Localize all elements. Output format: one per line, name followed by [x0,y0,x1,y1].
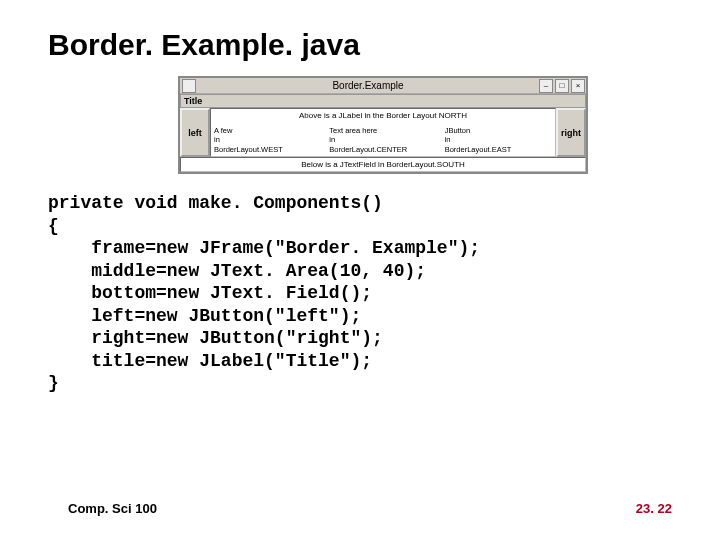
code-line: } [48,373,59,393]
text: in [329,135,436,144]
borderlayout-south-textfield[interactable]: Below is a JTextField in BorderLayout.SO… [180,157,586,172]
code-line: title=new JLabel("Title"); [48,351,372,371]
text: A few [214,126,321,135]
text: BorderLayout.CENTER [329,145,436,154]
text: BorderLayout.WEST [214,145,321,154]
center-header: Above is a JLabel in the Border Layout N… [214,111,552,120]
text: in [214,135,321,144]
minimize-icon: – [539,79,553,93]
window-titlebar: Border.Example – □ × [180,78,586,94]
borderlayout-middle-row: left Above is a JLabel in the Border Lay… [180,108,586,157]
page-title: Border. Example. java [48,28,672,62]
center-col-3: JButton in BorderLayout.EAST [445,126,552,154]
code-line: middle=new JText. Area(10, 40); [48,261,426,281]
code-line: { [48,216,59,236]
borderlayout-east-button[interactable]: right [556,108,586,157]
swing-screenshot: Border.Example – □ × Title left Above is… [178,76,588,174]
center-col-1: A few in BorderLayout.WEST [214,126,321,154]
center-col-2: Text area here in BorderLayout.CENTER [329,126,436,154]
swing-window: Border.Example – □ × Title left Above is… [178,76,588,174]
footer-course: Comp. Sci 100 [68,501,157,516]
code-line: private void make. Components() [48,193,383,213]
text: Text area here [329,126,436,135]
center-columns: A few in BorderLayout.WEST Text area her… [214,126,552,154]
borderlayout: Title left Above is a JLabel in the Bord… [180,94,586,172]
code-block: private void make. Components() { frame=… [48,192,672,395]
code-line: bottom=new JText. Field(); [48,283,372,303]
window-system-menu-icon [182,79,196,93]
footer-page-number: 23. 22 [636,501,672,516]
text: in [445,135,552,144]
text: JButton [445,126,552,135]
borderlayout-west-button[interactable]: left [180,108,210,157]
window-title: Border.Example [198,80,538,91]
close-icon: × [571,79,585,93]
code-line: right=new JButton("right"); [48,328,383,348]
maximize-icon: □ [555,79,569,93]
code-line: frame=new JFrame("Border. Example"); [48,238,480,258]
code-line: left=new JButton("left"); [48,306,361,326]
borderlayout-center-textarea[interactable]: Above is a JLabel in the Border Layout N… [210,108,556,157]
borderlayout-north-label: Title [180,94,586,108]
text: BorderLayout.EAST [445,145,552,154]
slide: Border. Example. java Border.Example – □… [0,0,720,540]
footer: Comp. Sci 100 23. 22 [68,501,672,516]
